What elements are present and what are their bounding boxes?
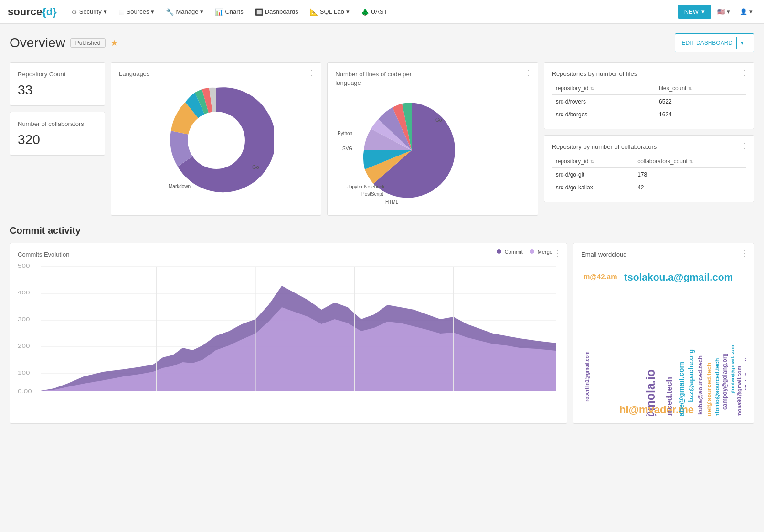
- y-0: 0.00: [18, 388, 32, 394]
- loc-title: Number of lines of code per language: [335, 70, 431, 87]
- nav-uast[interactable]: 🌲 UAST: [356, 5, 393, 19]
- col-repo-id-label: repository_id: [556, 85, 589, 92]
- repo-count-card: ⋮ Repository Count 33: [10, 62, 105, 106]
- page-title-row: Overview Published ★: [10, 35, 118, 51]
- nav-manage[interactable]: 🔧 Manage ▾: [161, 5, 208, 19]
- word-bzz: bzz@apache.org: [687, 349, 695, 402]
- repo-id-cell: src-d/go-git: [552, 168, 634, 181]
- wordcloud-title: Email wordcloud: [581, 251, 746, 258]
- languages-donut-svg: Go Markdown: [159, 83, 274, 198]
- languages-menu-icon[interactable]: ⋮: [308, 68, 315, 77]
- loc-python-label: Python: [338, 131, 352, 136]
- language-selector[interactable]: 🇺🇸 ▾: [713, 5, 734, 18]
- languages-donut: Go Markdown: [119, 83, 313, 198]
- commit-section-title: Commit activity: [10, 225, 754, 236]
- languages-title: Languages: [119, 70, 313, 77]
- table-row: src-d/borges 1624: [552, 108, 746, 121]
- manage-icon: 🔧: [166, 8, 174, 16]
- col-repository-id[interactable]: repository_id ⇅: [552, 82, 655, 95]
- nav-uast-label: UAST: [371, 8, 388, 15]
- commit-legend-label: Commit: [505, 249, 523, 255]
- donut-hole: [188, 112, 245, 169]
- repo-by-collab-table: repository_id ⇅ collaborators_count ⇅ sr…: [552, 155, 746, 194]
- collaborators-menu-icon[interactable]: ⋮: [91, 118, 99, 127]
- commits-svg: 500 400 300 200 100 0.00: [18, 262, 559, 396]
- nav-sqllab[interactable]: 📐 SQL Lab ▾: [305, 5, 354, 19]
- word-manuel: manuel@sourced.tech: [705, 363, 712, 416]
- main-content: Overview Published ★ EDIT DASHBOARD ▾ ⋮ …: [0, 24, 764, 433]
- wordcloud-menu-icon[interactable]: ⋮: [741, 249, 748, 258]
- word-filipic: filipic@gmail.com: [744, 346, 746, 391]
- security-chevron-icon: ▾: [104, 8, 107, 15]
- repo-id-cell: src-d/borges: [552, 108, 655, 121]
- flag-chevron-icon: ▾: [727, 8, 730, 15]
- col-collab-count[interactable]: collaborators_count ⇅: [634, 155, 746, 168]
- go-label: Go: [252, 164, 259, 170]
- repo-id-cell: src-d/rovers: [552, 95, 655, 108]
- repo-count-menu-icon[interactable]: ⋮: [91, 68, 99, 77]
- security-icon: ⚙: [71, 8, 77, 16]
- word-alberto: alberto@sourced.tech: [665, 377, 674, 416]
- edit-dashboard-dropdown-icon[interactable]: ▾: [736, 37, 747, 49]
- merge-area: [41, 307, 556, 391]
- repo-count-label: Repository Count: [18, 70, 97, 79]
- languages-card: ⋮ Languages: [111, 62, 321, 216]
- nav-sources[interactable]: ▦ Sources ▾: [114, 5, 159, 19]
- nav-charts[interactable]: 📊 Charts: [210, 5, 248, 19]
- repo-by-files-table: repository_id ⇅ files_count ⇅ src-d/rove…: [552, 82, 746, 121]
- uast-icon: 🌲: [361, 8, 369, 16]
- user-icon: 👤: [740, 8, 747, 15]
- bottom-grid: ⋮ Commits Evolution Commit Merge 500 400…: [10, 243, 754, 424]
- y-100: 100: [18, 370, 30, 376]
- table-row: src-d/go-git 178: [552, 168, 746, 181]
- dashboards-icon: 🔲: [255, 8, 263, 16]
- published-badge: Published: [70, 38, 106, 48]
- repo-by-files-card: ⋮ Repositories by number of files reposi…: [544, 62, 754, 129]
- nav-sources-label: Sources: [127, 8, 149, 15]
- sources-chevron-icon: ▾: [151, 8, 154, 15]
- word-manu-carmona: manu.carmona90@gmail.com: [736, 366, 742, 416]
- new-button-label: NEW: [684, 8, 699, 15]
- chart-legend: Commit Merge: [497, 249, 552, 255]
- top-grid: ⋮ Repository Count 33 ⋮ Number of collab…: [10, 62, 754, 216]
- repo-collab-menu-icon[interactable]: ⋮: [741, 141, 748, 150]
- collaborators-label: Number of collaborators: [18, 120, 97, 128]
- commit-legend-item: Commit: [497, 249, 523, 255]
- commits-menu-icon[interactable]: ⋮: [553, 249, 561, 258]
- sqllab-chevron-icon: ▾: [346, 8, 350, 15]
- collab-count-cell: 42: [634, 181, 746, 194]
- y-200: 200: [18, 343, 30, 349]
- repo-by-collab-title: Repository by number of collaborators: [552, 143, 746, 150]
- commits-evolution-card: ⋮ Commits Evolution Commit Merge 500 400…: [10, 243, 567, 424]
- edit-dashboard-button[interactable]: EDIT DASHBOARD ▾: [675, 33, 754, 52]
- page-header: Overview Published ★ EDIT DASHBOARD ▾: [10, 33, 754, 52]
- new-button-chevron-icon: ▾: [701, 8, 705, 15]
- loc-menu-icon[interactable]: ⋮: [524, 68, 532, 77]
- y-300: 300: [18, 316, 30, 322]
- edit-dashboard-row: EDIT DASHBOARD ▾: [675, 33, 754, 52]
- table-header-row: repository_id ⇅ collaborators_count ⇅: [552, 155, 746, 168]
- new-button[interactable]: NEW ▾: [678, 5, 711, 19]
- x-2016: 2016: [209, 395, 225, 396]
- logo-bracket: {d}: [42, 6, 57, 18]
- word-antonio: antonio@sourced.tech: [714, 358, 721, 416]
- y-500: 500: [18, 263, 30, 269]
- nav-dashboards[interactable]: 🔲 Dashboards: [250, 5, 303, 19]
- repo-files-menu-icon[interactable]: ⋮: [741, 68, 748, 77]
- sort-icon: ⇅: [590, 86, 594, 91]
- repo-count-value: 33: [18, 83, 97, 98]
- app-logo[interactable]: source{d}: [8, 6, 57, 18]
- files-count-cell: 1624: [655, 108, 746, 121]
- loc-svg-label: SVG: [342, 146, 352, 151]
- lines-of-code-card: ⋮ Number of lines of code per language: [327, 62, 538, 216]
- nav-security[interactable]: ⚙ Security ▾: [66, 5, 112, 19]
- collaborators-card: ⋮ Number of collaborators 320: [10, 112, 105, 156]
- col-repo-id-2[interactable]: repository_id ⇅: [552, 155, 634, 168]
- x-2017: 2017: [308, 395, 324, 396]
- col-files-count[interactable]: files_count ⇅: [655, 82, 746, 95]
- star-icon[interactable]: ★: [110, 38, 118, 48]
- word-tsolakou: tsolakou.a@gmail.com: [624, 271, 733, 283]
- word-m42am: m@42.am: [584, 272, 617, 281]
- sort-icon-3: ⇅: [590, 159, 594, 164]
- user-menu[interactable]: 👤 ▾: [736, 5, 756, 18]
